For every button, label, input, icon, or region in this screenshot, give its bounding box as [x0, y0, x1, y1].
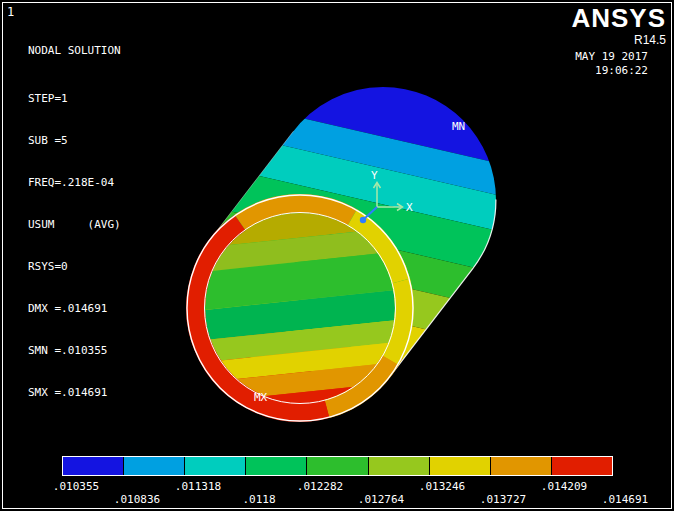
- solution-rsys: RSYS=0: [28, 260, 121, 274]
- legend-segment: [430, 457, 491, 475]
- ansys-logo: ANSYS R14.5: [571, 4, 666, 47]
- legend-segment: [124, 457, 185, 475]
- plot-number: 1: [7, 5, 14, 19]
- legend-value: .010836: [114, 493, 160, 506]
- triad-z-tip: [360, 217, 366, 223]
- max-location-label: MX: [254, 391, 268, 404]
- solution-sub: SUB =5: [28, 134, 121, 148]
- legend-value: .013727: [480, 493, 526, 506]
- legend-value: .010355: [53, 480, 99, 493]
- ansys-graphics-window: MN MX Y X 1 NODAL SOLUTION STEP=1 SUB =5…: [0, 0, 674, 511]
- legend-segment: [63, 457, 124, 475]
- legend-segment: [307, 457, 368, 475]
- legend-value: .012764: [358, 493, 404, 506]
- legend-value: .012282: [297, 480, 343, 493]
- solution-step: STEP=1: [28, 92, 121, 106]
- timestamp: MAY 19 2017 19:06:22: [575, 50, 648, 78]
- min-location-label: MN: [452, 120, 465, 133]
- solution-title: NODAL SOLUTION: [28, 44, 121, 58]
- solution-dmx: DMX =.014691: [28, 302, 121, 316]
- legend-value: .013246: [419, 480, 465, 493]
- solution-item: USUM (AVG): [28, 218, 121, 232]
- contour-legend-bar: [62, 456, 613, 476]
- legend-segment: [185, 457, 246, 475]
- legend-segment: [246, 457, 307, 475]
- solution-info: NODAL SOLUTION STEP=1 SUB =5 FREQ=.218E-…: [28, 16, 121, 428]
- solution-freq: FREQ=.218E-04: [28, 176, 121, 190]
- solution-smn: SMN =.010355: [28, 344, 121, 358]
- time-label: 19:06:22: [575, 64, 648, 78]
- legend-value: .014691: [602, 493, 648, 506]
- date-label: MAY 19 2017: [575, 50, 648, 64]
- legend-value: .011318: [175, 480, 221, 493]
- legend-value: .014209: [541, 480, 587, 493]
- solution-smx: SMX =.014691: [28, 386, 121, 400]
- legend-segment: [369, 457, 430, 475]
- ansys-brand-text: ANSYS: [571, 4, 666, 32]
- legend-segment: [552, 457, 612, 475]
- ansys-release-label: R14.5: [571, 33, 666, 47]
- triad-y-label: Y: [371, 169, 378, 182]
- legend-value: .0118: [242, 493, 275, 506]
- legend-segment: [491, 457, 552, 475]
- triad-x-label: X: [406, 201, 413, 214]
